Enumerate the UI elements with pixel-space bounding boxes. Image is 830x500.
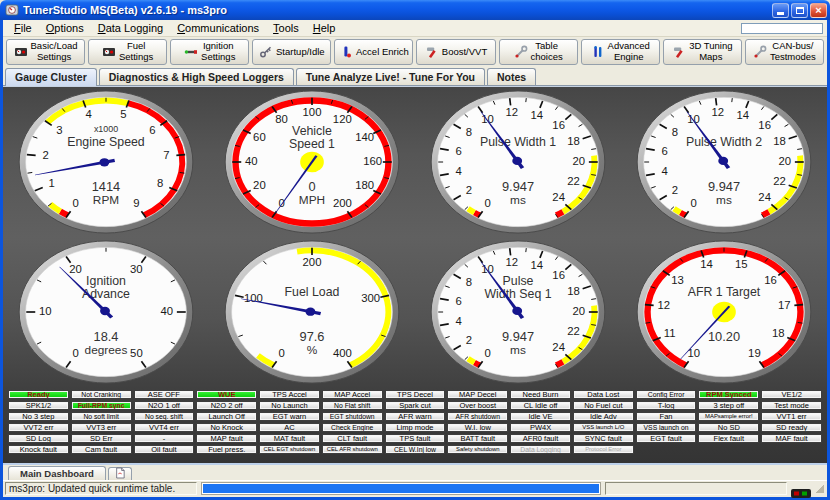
toolbar-button-table-choices[interactable]: Tablechoices xyxy=(499,39,578,65)
svg-text:4: 4 xyxy=(455,315,461,327)
menu-help[interactable]: Help xyxy=(306,21,343,35)
svg-text:Pulse Width 1: Pulse Width 1 xyxy=(480,135,556,149)
svg-text:16: 16 xyxy=(758,119,771,131)
gauge-pulse-width-2[interactable]: 024681012141618202224Pulse Width 29.947m… xyxy=(621,87,827,237)
svg-text:20: 20 xyxy=(69,263,82,275)
status-cell-tps-decel: TPS Decel xyxy=(385,390,446,399)
hammer-icon xyxy=(425,45,439,59)
svg-text:20: 20 xyxy=(778,155,791,167)
toolbar-button-accel-enrich[interactable]: Accel Enrich xyxy=(334,39,413,65)
tab-main-dashboard[interactable]: Main Dashboard xyxy=(8,466,106,480)
toolbar-button-startup-idle[interactable]: Startup/Idle xyxy=(252,39,331,65)
svg-text:18: 18 xyxy=(567,285,580,297)
status-cell-fan: Fan xyxy=(636,412,697,421)
gauge-fuel-load[interactable]: 0100200300400Fuel Load97.6% xyxy=(209,237,415,387)
status-cell-vvt3-err: VVT3 err xyxy=(71,423,132,432)
tab-diagnostics-high-speed-loggers[interactable]: Diagnostics & High Speed Loggers xyxy=(99,68,294,85)
title-bar[interactable]: TunerStudio MS(Beta) v2.6.19 - ms3pro × xyxy=(0,0,830,20)
minimize-button[interactable] xyxy=(772,3,789,18)
svg-text:7: 7 xyxy=(163,149,169,161)
status-cell-n2o-2-off: N2O 2 off xyxy=(196,401,257,410)
close-button[interactable]: × xyxy=(810,3,827,18)
status-cell-mat-fault: MAT fault xyxy=(259,434,320,443)
menubar-right-field[interactable] xyxy=(741,23,823,34)
toolbar-button-3d-tuning-maps[interactable]: 3D TuningMaps xyxy=(663,39,742,65)
status-cell-cel-egt-shutdown: CEL EGT shutdown xyxy=(259,445,320,454)
svg-text:Pulse Width 2: Pulse Width 2 xyxy=(686,135,762,149)
svg-text:2: 2 xyxy=(466,334,472,346)
minimize-icon xyxy=(777,12,784,15)
tab-notes[interactable]: Notes xyxy=(487,68,536,85)
tab-tune-analyze-live-tune-for-you[interactable]: Tune Analyze Live! - Tune For You xyxy=(296,68,485,85)
svg-text:8: 8 xyxy=(672,126,678,138)
comm-led-indicator xyxy=(791,484,811,493)
toolbar-button-advanced-engine[interactable]: AdvancedEngine xyxy=(581,39,660,65)
gauge-pulse-width-1[interactable]: 024681012141618202224Pulse Width 19.947m… xyxy=(415,87,621,237)
status-cell-egt-fault: EGT fault xyxy=(636,434,697,443)
page-icon xyxy=(115,467,125,481)
toolbar-button-fuel-settings[interactable]: FuelSettings xyxy=(88,39,167,65)
svg-text:97.6: 97.6 xyxy=(300,329,325,344)
svg-text:1414: 1414 xyxy=(92,179,121,194)
status-cell-vss-launch-on: VSS launch on xyxy=(636,423,697,432)
status-cell-3-step-off: 3 step off xyxy=(698,401,759,410)
gauge-cluster-icon xyxy=(102,45,116,59)
menu-options[interactable]: Options xyxy=(39,21,91,35)
svg-text:20: 20 xyxy=(572,155,585,167)
svg-text:ms: ms xyxy=(510,193,526,207)
svg-text:ms: ms xyxy=(510,343,526,357)
status-cell-flex-fault: Flex fault xyxy=(698,434,759,443)
svg-text:40: 40 xyxy=(160,305,173,317)
status-cell-full-rpm-sync: Full-RPM sync xyxy=(71,401,132,410)
gauge-vehicle-speed-1[interactable]: 020406080100120140160180200VehicleSpeed … xyxy=(209,87,415,237)
gauge-afr-1-target[interactable]: 10111213141516171819AFR 1 Target10.20 xyxy=(621,237,827,387)
menu-file[interactable]: File xyxy=(7,21,39,35)
svg-text:22: 22 xyxy=(773,175,786,187)
new-dashboard-tab[interactable] xyxy=(108,467,132,480)
svg-text:ms: ms xyxy=(716,193,732,207)
gauge-engine-speed[interactable]: 0123456789x1000Engine Speed1414RPM xyxy=(3,87,209,237)
status-cell-vss-launch-l-o: VSS launch L/O xyxy=(573,423,634,432)
toolbar-button-ignition-settings[interactable]: IgnitionSettings xyxy=(170,39,249,65)
toolbar-button-boost-vvt[interactable]: Boost/VVT xyxy=(416,39,495,65)
svg-text:Speed 1: Speed 1 xyxy=(289,137,335,151)
status-cell-ve1-2: VE1/2 xyxy=(761,390,822,399)
svg-text:2: 2 xyxy=(672,184,678,196)
svg-text:6: 6 xyxy=(661,145,667,157)
status-cell-launch-off: Launch Off xyxy=(196,412,257,421)
gauge-ignition-advance[interactable]: 01020304050IgnitionAdvance18.4degrees xyxy=(3,237,209,387)
toolbar-button-basic-load-settings[interactable]: Basic/LoadSettings xyxy=(6,39,85,65)
svg-text:24: 24 xyxy=(758,191,771,203)
status-cell-pw4x: PW4X xyxy=(510,423,571,432)
svg-text:6: 6 xyxy=(455,295,461,307)
svg-text:22: 22 xyxy=(567,325,580,337)
svg-text:24: 24 xyxy=(552,341,565,353)
svg-text:x1000: x1000 xyxy=(94,124,118,134)
tab-gauge-cluster[interactable]: Gauge Cluster xyxy=(5,68,97,86)
status-cell-vvt4-err: VVT4 err xyxy=(134,423,195,432)
toolbar-button-label: CAN-bus/Testmodes xyxy=(770,41,816,63)
toolbar-button-can-bus-testmodes[interactable]: CAN-bus/Testmodes xyxy=(745,39,824,65)
toolbar-button-label: Basic/LoadSettings xyxy=(31,41,78,63)
status-cell-afr0-fault: AFR0 fault xyxy=(510,434,571,443)
progress-bar xyxy=(201,482,601,495)
svg-text:Engine Speed: Engine Speed xyxy=(67,135,145,149)
svg-text:14: 14 xyxy=(530,109,543,121)
gauge-pulse-width-seq-1[interactable]: 024681012141618202224PulseWidth Seq 19.9… xyxy=(415,237,621,387)
svg-text:10.20: 10.20 xyxy=(708,329,740,344)
menu-data-logging[interactable]: Data Logging xyxy=(91,21,170,35)
gauge-cluster-panel: 0123456789x1000Engine Speed1414RPM020406… xyxy=(3,86,827,465)
menu-communications[interactable]: Communications xyxy=(170,21,266,35)
svg-text:30: 30 xyxy=(130,263,143,275)
status-cell-mapsample-error: MAPsample error! xyxy=(698,412,759,421)
resize-grip[interactable] xyxy=(815,484,824,493)
wrench-icon xyxy=(514,45,528,59)
menu-tools[interactable]: Tools xyxy=(266,21,306,35)
svg-text:0: 0 xyxy=(73,347,79,359)
status-cell-safety-shutdown: Safety shutdown xyxy=(447,445,508,454)
status-cell-no-soft-limit: No soft limit xyxy=(71,412,132,421)
svg-text:140: 140 xyxy=(355,131,374,143)
pedal-icon xyxy=(339,45,353,59)
status-cell-cam-fault: Cam fault xyxy=(71,445,132,454)
maximize-button[interactable] xyxy=(791,3,808,18)
